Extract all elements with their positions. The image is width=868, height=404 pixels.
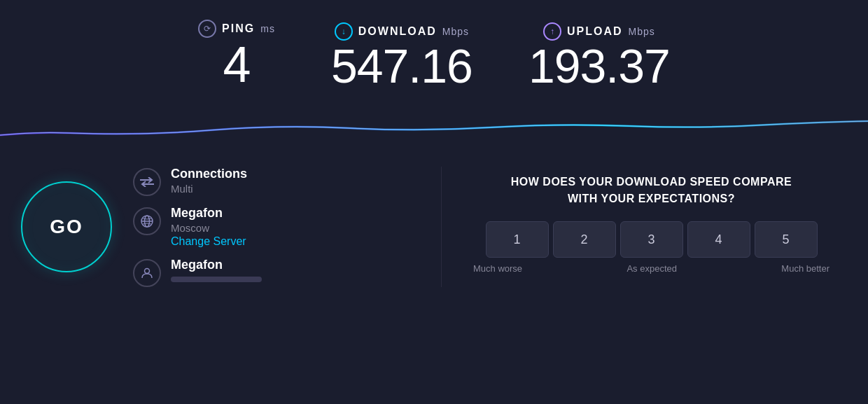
user-text: Megafon	[171, 258, 262, 282]
left-panel: GO Connections Multi	[21, 167, 427, 287]
rating-buttons: 1 2 3 4 5	[486, 221, 818, 258]
ping-icon: ⟳	[198, 20, 216, 38]
go-button[interactable]: GO	[21, 181, 112, 272]
server-text: Megafon Moscow Change Server	[171, 206, 246, 248]
upload-value: 193.37	[528, 42, 670, 90]
download-header: ↓ DOWNLOAD Mbps	[335, 22, 469, 41]
server-icon	[133, 207, 161, 235]
upload-label: UPLOAD	[567, 25, 623, 38]
metrics-bar: ⟳ PING ms 4 ↓ DOWNLOAD Mbps 547.16 ↑ UPL…	[0, 0, 868, 104]
upload-metric: ↑ UPLOAD Mbps 193.37	[528, 22, 670, 90]
connections-row: Connections Multi	[133, 167, 262, 196]
rating-btn-2[interactable]: 2	[553, 221, 616, 258]
rating-labels: Much worse As expected Much better	[470, 263, 833, 274]
ping-header: ⟳ PING ms	[198, 20, 275, 38]
connections-text: Connections Multi	[171, 167, 247, 195]
download-value: 547.16	[331, 42, 472, 90]
download-icon: ↓	[335, 22, 353, 41]
rating-label-right: Much better	[781, 263, 830, 274]
download-unit: Mbps	[442, 26, 469, 37]
upload-unit: Mbps	[629, 26, 655, 37]
user-bar	[171, 277, 262, 282]
ping-value: 4	[223, 39, 250, 90]
change-server-link[interactable]: Change Server	[171, 235, 246, 248]
right-panel: HOW DOES YOUR DOWNLOAD SPEED COMPAREWITH…	[456, 167, 847, 287]
upload-header: ↑ UPLOAD Mbps	[543, 22, 655, 41]
connections-title: Connections	[171, 167, 247, 181]
server-title: Megafon	[171, 206, 246, 221]
divider	[441, 167, 442, 287]
upload-icon: ↑	[543, 22, 561, 41]
ping-metric: ⟳ PING ms 4	[198, 20, 275, 90]
download-label: DOWNLOAD	[358, 25, 437, 38]
connections-icon	[133, 168, 161, 196]
rating-btn-5[interactable]: 5	[755, 221, 818, 258]
server-row: Megafon Moscow Change Server	[133, 206, 262, 248]
speed-wave	[0, 97, 868, 153]
survey-title: HOW DOES YOUR DOWNLOAD SPEED COMPAREWITH…	[511, 174, 792, 207]
ping-label: PING	[222, 22, 255, 35]
svg-point-5	[145, 269, 150, 274]
rating-label-center: As expected	[626, 263, 677, 274]
server-location: Moscow	[171, 222, 246, 234]
download-metric: ↓ DOWNLOAD Mbps 547.16	[331, 22, 472, 90]
user-row: Megafon	[133, 258, 262, 287]
rating-label-left: Much worse	[473, 263, 522, 274]
rating-section: 1 2 3 4 5 Much worse As expected Much be…	[470, 221, 833, 274]
ping-unit: ms	[260, 23, 275, 34]
bottom-section: GO Connections Multi	[0, 153, 868, 301]
rating-btn-4[interactable]: 4	[687, 221, 750, 258]
connections-subtitle: Multi	[171, 183, 247, 195]
user-icon	[133, 259, 161, 287]
info-list: Connections Multi Megafon	[133, 167, 262, 287]
rating-btn-1[interactable]: 1	[486, 221, 549, 258]
user-title: Megafon	[171, 258, 262, 272]
rating-btn-3[interactable]: 3	[620, 221, 683, 258]
